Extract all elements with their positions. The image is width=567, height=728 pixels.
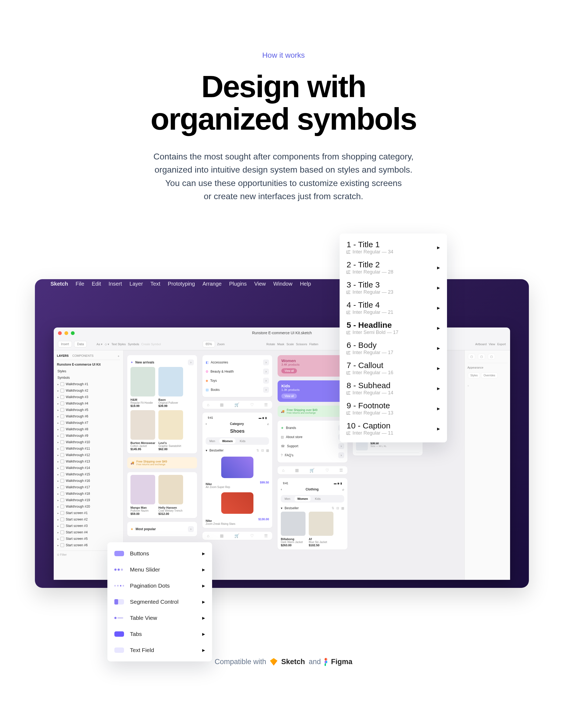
grid-icon[interactable]: ▦	[220, 402, 224, 407]
menu-prototyping[interactable]: Prototyping	[168, 281, 195, 287]
product-thumb[interactable]	[158, 410, 183, 440]
toolbar-artboard[interactable]: Artboard	[475, 343, 486, 346]
layer-row[interactable]: ▸Walkthrough #11	[57, 445, 120, 452]
chevron-right-icon[interactable]: ›	[188, 359, 194, 365]
filter-icon[interactable]: ⊟	[261, 449, 264, 452]
product-thumb[interactable]	[158, 367, 183, 396]
text-style-item[interactable]: 1 - Title 1Inter Regular — 34▶	[346, 237, 441, 257]
category-toys[interactable]: ◆Toys›	[206, 376, 269, 385]
text-style-item[interactable]: 5 - HeadlineInter Semi Bold — 17▶	[346, 318, 441, 338]
row-faq[interactable]: ?FAQ's›	[281, 451, 344, 460]
layer-row[interactable]: ▸Walkthrough #9	[57, 432, 120, 439]
menu-edit[interactable]: Edit	[92, 281, 101, 287]
product-thumb[interactable]	[309, 512, 333, 536]
back-icon[interactable]: ‹	[206, 422, 207, 426]
segmented-control[interactable]: MenWomenKids	[206, 437, 269, 445]
menu-file[interactable]: File	[76, 281, 84, 287]
layer-row[interactable]: ▸Walkthrough #5	[57, 407, 120, 413]
text-style-item[interactable]: 7 - CalloutInter Regular — 16▶	[346, 358, 441, 378]
component-item[interactable]: Tabs▶	[113, 626, 206, 642]
component-item[interactable]: Text Field▶	[113, 642, 206, 658]
toolbar-textstyles[interactable]: Text Styles	[111, 343, 126, 346]
menu-layer[interactable]: Layer	[129, 281, 143, 287]
user-icon[interactable]: ☰	[264, 402, 268, 407]
component-item[interactable]: Segmented Control▶	[113, 594, 206, 610]
menu-help[interactable]: Help	[300, 281, 311, 287]
toolbar-symbols[interactable]: Symbols	[128, 343, 139, 346]
heart-icon[interactable]: ♡	[250, 402, 254, 407]
component-item[interactable]: Table View▶	[113, 610, 206, 626]
menu-plugins[interactable]: Plugins	[229, 281, 247, 287]
category-books[interactable]: ▤Books›	[206, 385, 269, 394]
toolbar-createsymbol[interactable]: Create Symbol	[141, 343, 161, 346]
banner-women[interactable]: Women3.4K productsView all	[278, 355, 347, 377]
layer-row[interactable]: ▸Walkthrough #1	[57, 381, 120, 387]
component-item[interactable]: Pagination Dots▶	[113, 578, 206, 594]
layer-row[interactable]: ▸Walkthrough #6	[57, 413, 120, 420]
toolbar-flatten[interactable]: Flatten	[309, 343, 318, 346]
add-page-icon[interactable]: ＋	[117, 354, 120, 358]
tab-layers[interactable]: LAYERS	[57, 354, 69, 358]
toolbar-scale[interactable]: Scale	[286, 343, 294, 346]
toolbar-data[interactable]: Data	[74, 341, 87, 347]
layer-row[interactable]: ▸Start screen #3	[57, 523, 120, 529]
layers-section-symbols[interactable]: Symbols	[57, 374, 120, 381]
component-item[interactable]: Buttons▶	[113, 545, 206, 562]
product-thumb[interactable]	[221, 457, 253, 478]
layer-row[interactable]: ▸Walkthrough #2	[57, 387, 120, 394]
category-accessories[interactable]: ◧Accessories›	[206, 358, 269, 367]
product-thumb[interactable]	[158, 475, 183, 504]
sort-bestseller[interactable]: Bestseller	[209, 449, 224, 452]
category-health[interactable]: ✿Beauty & Health›	[206, 367, 269, 376]
search-icon[interactable]: ⌕	[267, 422, 269, 426]
menu-window[interactable]: Window	[273, 281, 292, 287]
component-item[interactable]: Menu Slider▶	[113, 562, 206, 578]
toolbar-export[interactable]: Export	[497, 343, 506, 346]
grid-icon[interactable]: ▦	[266, 449, 269, 452]
layer-row[interactable]: ▸Start screen #1	[57, 510, 120, 516]
layer-row[interactable]: ▸Walkthrough #19	[57, 497, 120, 503]
layer-row[interactable]: ▸Start screen #2	[57, 516, 120, 523]
product-thumb[interactable]	[221, 492, 253, 514]
toolbar-scissors[interactable]: Scissors	[296, 343, 307, 346]
text-style-item[interactable]: 8 - SubheadInter Regular — 14▶	[346, 378, 441, 398]
product-thumb[interactable]	[130, 410, 155, 440]
text-style-item[interactable]: 4 - Title 4Inter Regular — 21▶	[346, 298, 441, 318]
menu-view[interactable]: View	[254, 281, 266, 287]
row-brands[interactable]: ★Brands›	[281, 423, 344, 432]
text-style-item[interactable]: 2 - Title 2Inter Regular — 28▶	[346, 257, 441, 278]
product-thumb[interactable]	[130, 367, 155, 396]
layer-row[interactable]: ▸Start screen #5	[57, 536, 120, 542]
layer-row[interactable]: ▸Walkthrough #17	[57, 484, 120, 490]
close-button[interactable]	[58, 331, 62, 335]
tab-components[interactable]: COMPONENTS	[72, 354, 94, 358]
text-style-item[interactable]: 6 - BodyInter Regular — 17▶	[346, 338, 441, 358]
menubar-app[interactable]: Sketch	[50, 281, 68, 287]
layer-row[interactable]: ▸Start screen #4	[57, 529, 120, 536]
layer-row[interactable]: ▸Walkthrough #4	[57, 400, 120, 407]
layer-row[interactable]: ▸Walkthrough #18	[57, 490, 120, 497]
maximize-button[interactable]	[71, 331, 75, 335]
text-style-item[interactable]: 10 - CaptionInter Regular — 11▶	[346, 418, 441, 439]
layers-section-styles[interactable]: Styles	[57, 368, 120, 374]
layer-row[interactable]: ▸Walkthrough #3	[57, 394, 120, 400]
row-support[interactable]: ☎Support›	[281, 442, 344, 451]
text-style-item[interactable]: 9 - FootnoteInter Regular — 13▶	[346, 398, 441, 418]
layer-row[interactable]: ▸Walkthrough #12	[57, 452, 120, 458]
layer-row[interactable]: ▸Walkthrough #15	[57, 471, 120, 478]
toolbar-rotate[interactable]: Rotate	[266, 343, 275, 346]
segmented-control[interactable]: MenWomenKids	[281, 495, 344, 503]
menu-text[interactable]: Text	[150, 281, 160, 287]
banner-kids[interactable]: Kids1.3K productsView all	[278, 380, 347, 402]
layer-row[interactable]: ▸Walkthrough #14	[57, 465, 120, 471]
layer-row[interactable]: ▸Walkthrough #10	[57, 439, 120, 445]
product-thumb[interactable]	[130, 475, 155, 504]
home-icon[interactable]: ⌂	[207, 402, 209, 407]
sort-icon[interactable]: ⇅	[256, 449, 259, 452]
menu-arrange[interactable]: Arrange	[202, 281, 221, 287]
product-thumb[interactable]	[281, 512, 306, 536]
toolbar-mask[interactable]: Mask	[277, 343, 284, 346]
toolbar-insert[interactable]: Insert	[58, 341, 72, 347]
layer-row[interactable]: ▸Walkthrough #8	[57, 426, 120, 432]
text-style-item[interactable]: 3 - Title 3Inter Regular — 23▶	[346, 278, 441, 298]
